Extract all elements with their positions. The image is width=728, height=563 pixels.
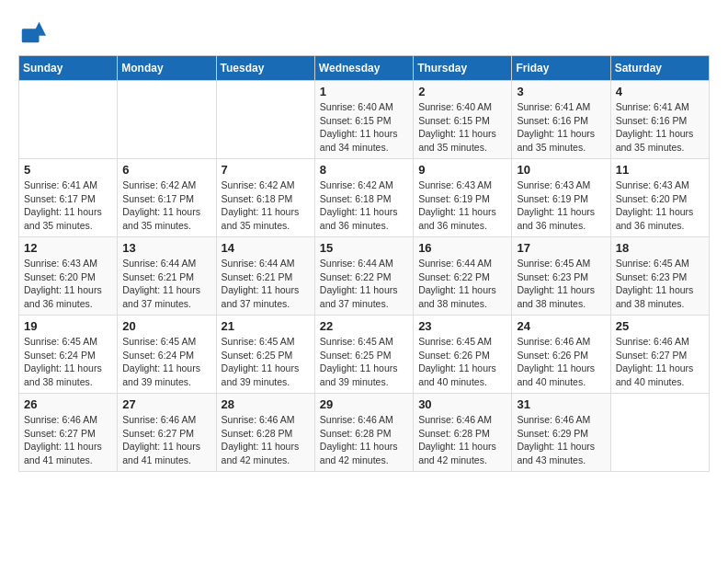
day-info: Sunrise: 6:40 AM Sunset: 6:15 PM Dayligh… xyxy=(418,100,506,155)
day-cell: 1Sunrise: 6:40 AM Sunset: 6:15 PM Daylig… xyxy=(314,81,413,159)
day-cell: 25Sunrise: 6:46 AM Sunset: 6:27 PM Dayli… xyxy=(610,316,709,394)
day-info: Sunrise: 6:44 AM Sunset: 6:22 PM Dayligh… xyxy=(320,257,408,311)
day-cell: 29Sunrise: 6:46 AM Sunset: 6:28 PM Dayli… xyxy=(314,394,413,472)
day-info: Sunrise: 6:45 AM Sunset: 6:25 PM Dayligh… xyxy=(320,335,408,389)
day-number: 3 xyxy=(517,85,605,98)
day-cell: 4Sunrise: 6:41 AM Sunset: 6:16 PM Daylig… xyxy=(610,81,709,159)
day-number: 23 xyxy=(418,319,506,333)
day-info: Sunrise: 6:46 AM Sunset: 6:27 PM Dayligh… xyxy=(122,413,210,467)
day-cell: 28Sunrise: 6:46 AM Sunset: 6:28 PM Dayli… xyxy=(216,394,314,472)
day-number: 6 xyxy=(122,163,210,177)
day-cell: 3Sunrise: 6:41 AM Sunset: 6:16 PM Daylig… xyxy=(512,81,610,159)
day-info: Sunrise: 6:46 AM Sunset: 6:26 PM Dayligh… xyxy=(517,335,605,389)
week-row-3: 19Sunrise: 6:45 AM Sunset: 6:24 PM Dayli… xyxy=(19,316,710,394)
day-cell: 24Sunrise: 6:46 AM Sunset: 6:26 PM Dayli… xyxy=(512,316,610,394)
day-cell: 14Sunrise: 6:44 AM Sunset: 6:21 PM Dayli… xyxy=(216,237,314,316)
svg-rect-1 xyxy=(22,29,40,42)
header-saturday: Saturday xyxy=(610,56,709,81)
day-cell: 5Sunrise: 6:41 AM Sunset: 6:17 PM Daylig… xyxy=(19,159,118,237)
day-info: Sunrise: 6:46 AM Sunset: 6:27 PM Dayligh… xyxy=(616,335,704,389)
day-cell xyxy=(610,394,709,472)
day-info: Sunrise: 6:46 AM Sunset: 6:28 PM Dayligh… xyxy=(418,413,506,467)
day-cell: 18Sunrise: 6:45 AM Sunset: 6:23 PM Dayli… xyxy=(610,237,709,316)
day-info: Sunrise: 6:46 AM Sunset: 6:29 PM Dayligh… xyxy=(517,413,605,467)
day-info: Sunrise: 6:41 AM Sunset: 6:16 PM Dayligh… xyxy=(616,100,704,155)
day-number: 5 xyxy=(24,163,112,177)
day-number: 25 xyxy=(616,319,704,333)
day-number: 1 xyxy=(320,85,408,98)
day-cell xyxy=(19,81,118,159)
day-cell: 27Sunrise: 6:46 AM Sunset: 6:27 PM Dayli… xyxy=(118,394,216,472)
day-number: 31 xyxy=(517,397,605,411)
day-info: Sunrise: 6:45 AM Sunset: 6:24 PM Dayligh… xyxy=(24,335,112,389)
day-cell: 26Sunrise: 6:46 AM Sunset: 6:27 PM Dayli… xyxy=(19,394,118,472)
day-info: Sunrise: 6:44 AM Sunset: 6:21 PM Dayligh… xyxy=(222,257,310,311)
day-cell xyxy=(216,81,314,159)
day-number: 17 xyxy=(517,241,605,255)
logo xyxy=(18,18,48,46)
logo-icon xyxy=(18,18,46,46)
day-cell: 9Sunrise: 6:43 AM Sunset: 6:19 PM Daylig… xyxy=(414,159,512,237)
day-number: 27 xyxy=(122,397,210,411)
day-info: Sunrise: 6:42 AM Sunset: 6:18 PM Dayligh… xyxy=(222,178,310,233)
day-number: 7 xyxy=(222,163,310,177)
header-sunday: Sunday xyxy=(19,56,118,81)
day-info: Sunrise: 6:45 AM Sunset: 6:25 PM Dayligh… xyxy=(222,335,310,389)
day-cell: 31Sunrise: 6:46 AM Sunset: 6:29 PM Dayli… xyxy=(512,394,610,472)
day-info: Sunrise: 6:42 AM Sunset: 6:17 PM Dayligh… xyxy=(122,178,210,233)
day-number: 21 xyxy=(222,319,310,333)
day-number: 19 xyxy=(24,319,112,333)
day-info: Sunrise: 6:45 AM Sunset: 6:23 PM Dayligh… xyxy=(517,257,605,311)
day-cell: 6Sunrise: 6:42 AM Sunset: 6:17 PM Daylig… xyxy=(118,159,216,237)
day-cell: 10Sunrise: 6:43 AM Sunset: 6:19 PM Dayli… xyxy=(512,159,610,237)
day-cell: 11Sunrise: 6:43 AM Sunset: 6:20 PM Dayli… xyxy=(610,159,709,237)
day-info: Sunrise: 6:46 AM Sunset: 6:28 PM Dayligh… xyxy=(320,413,408,467)
day-cell: 21Sunrise: 6:45 AM Sunset: 6:25 PM Dayli… xyxy=(216,316,314,394)
calendar-table: SundayMondayTuesdayWednesdayThursdayFrid… xyxy=(18,55,710,472)
day-cell: 8Sunrise: 6:42 AM Sunset: 6:18 PM Daylig… xyxy=(314,159,413,237)
calendar-header: SundayMondayTuesdayWednesdayThursdayFrid… xyxy=(19,56,710,81)
day-info: Sunrise: 6:46 AM Sunset: 6:27 PM Dayligh… xyxy=(24,413,112,467)
day-number: 24 xyxy=(517,319,605,333)
day-number: 16 xyxy=(418,241,506,255)
day-info: Sunrise: 6:42 AM Sunset: 6:18 PM Dayligh… xyxy=(320,178,408,233)
day-info: Sunrise: 6:45 AM Sunset: 6:23 PM Dayligh… xyxy=(616,257,704,311)
day-number: 30 xyxy=(418,397,506,411)
day-number: 11 xyxy=(616,163,704,177)
day-info: Sunrise: 6:44 AM Sunset: 6:22 PM Dayligh… xyxy=(418,257,506,311)
day-number: 4 xyxy=(616,85,704,98)
day-cell: 7Sunrise: 6:42 AM Sunset: 6:18 PM Daylig… xyxy=(216,159,314,237)
header-tuesday: Tuesday xyxy=(216,56,314,81)
day-number: 29 xyxy=(320,397,408,411)
day-number: 26 xyxy=(24,397,112,411)
day-info: Sunrise: 6:46 AM Sunset: 6:28 PM Dayligh… xyxy=(222,413,310,467)
day-cell: 15Sunrise: 6:44 AM Sunset: 6:22 PM Dayli… xyxy=(314,237,413,316)
day-info: Sunrise: 6:43 AM Sunset: 6:19 PM Dayligh… xyxy=(517,178,605,233)
day-cell: 30Sunrise: 6:46 AM Sunset: 6:28 PM Dayli… xyxy=(414,394,512,472)
day-number: 20 xyxy=(122,319,210,333)
week-row-1: 5Sunrise: 6:41 AM Sunset: 6:17 PM Daylig… xyxy=(19,159,710,237)
day-number: 12 xyxy=(24,241,112,255)
week-row-2: 12Sunrise: 6:43 AM Sunset: 6:20 PM Dayli… xyxy=(19,237,710,316)
day-cell: 22Sunrise: 6:45 AM Sunset: 6:25 PM Dayli… xyxy=(314,316,413,394)
day-cell: 13Sunrise: 6:44 AM Sunset: 6:21 PM Dayli… xyxy=(118,237,216,316)
page-header xyxy=(18,18,710,46)
day-number: 8 xyxy=(320,163,408,177)
calendar-body: 1Sunrise: 6:40 AM Sunset: 6:15 PM Daylig… xyxy=(19,81,710,472)
day-info: Sunrise: 6:43 AM Sunset: 6:19 PM Dayligh… xyxy=(418,178,506,233)
day-cell: 12Sunrise: 6:43 AM Sunset: 6:20 PM Dayli… xyxy=(19,237,118,316)
day-cell: 17Sunrise: 6:45 AM Sunset: 6:23 PM Dayli… xyxy=(512,237,610,316)
day-number: 18 xyxy=(616,241,704,255)
day-info: Sunrise: 6:41 AM Sunset: 6:16 PM Dayligh… xyxy=(517,100,605,155)
day-info: Sunrise: 6:45 AM Sunset: 6:24 PM Dayligh… xyxy=(122,335,210,389)
day-cell xyxy=(118,81,216,159)
day-cell: 23Sunrise: 6:45 AM Sunset: 6:26 PM Dayli… xyxy=(414,316,512,394)
week-row-0: 1Sunrise: 6:40 AM Sunset: 6:15 PM Daylig… xyxy=(19,81,710,159)
day-cell: 2Sunrise: 6:40 AM Sunset: 6:15 PM Daylig… xyxy=(414,81,512,159)
day-cell: 20Sunrise: 6:45 AM Sunset: 6:24 PM Dayli… xyxy=(118,316,216,394)
header-monday: Monday xyxy=(118,56,216,81)
day-number: 2 xyxy=(418,85,506,98)
header-thursday: Thursday xyxy=(414,56,512,81)
day-number: 14 xyxy=(222,241,310,255)
day-number: 9 xyxy=(418,163,506,177)
